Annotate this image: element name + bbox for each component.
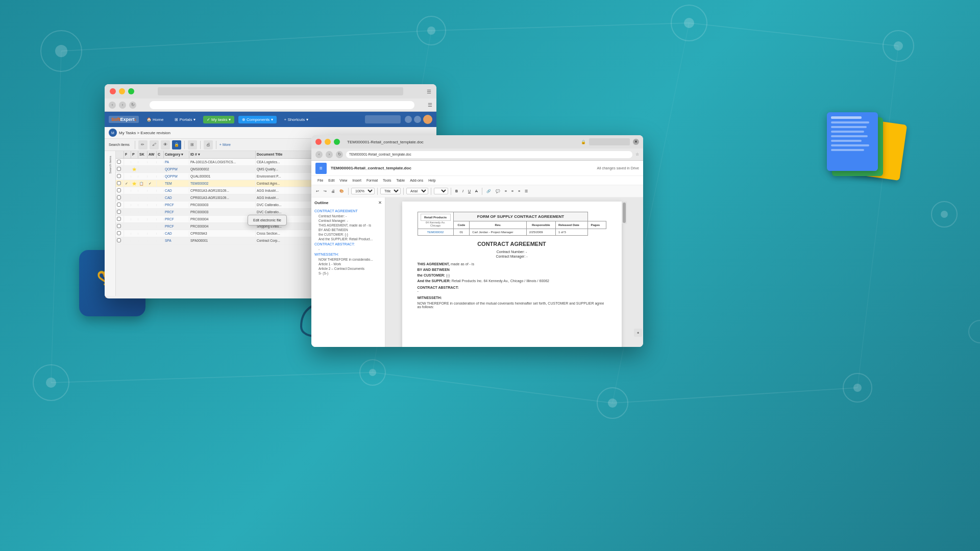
edit-tool-btn[interactable]: ✏ (138, 140, 148, 149)
outline-subitem[interactable]: Article 2 – Contract Documents (314, 266, 382, 271)
gdocs-url-text: TEM000001-Retail_contract_template.doc (349, 153, 411, 156)
outline-item[interactable]: CONTRACT ABSTRACT: (314, 241, 382, 247)
underline-btn[interactable]: U (467, 189, 472, 193)
nav-home[interactable]: 🏠 Home (143, 116, 167, 123)
user-icons (405, 115, 432, 124)
outline-subitem[interactable]: And the SUPPLIER: Retail Product... (314, 237, 382, 241)
lock-tool-btn[interactable]: 🔒 (172, 140, 181, 149)
strikethrough-btn[interactable]: A (474, 189, 479, 193)
outline-subitem[interactable]: Contract Number: - (314, 214, 382, 218)
table-header-rev: Rev. (470, 221, 527, 229)
menu-format[interactable]: Format (364, 178, 380, 183)
agreement-text: THIS AGREEMENT, made as of - is (418, 262, 606, 266)
bold-btn[interactable]: B (454, 189, 459, 193)
outline-item[interactable]: WITNESSETH: (314, 252, 382, 257)
customer-value: {-} (446, 273, 450, 277)
gdocs-outline-close[interactable]: ✕ (378, 201, 382, 205)
agreement-content: made as of - is (451, 262, 474, 266)
zoom-select[interactable]: 100% (351, 188, 375, 194)
maximize-button[interactable] (128, 88, 134, 94)
gdocs-min-btn[interactable] (325, 139, 331, 145)
undo-btn[interactable]: ↩ (314, 189, 321, 194)
gdocs-close-btn[interactable] (315, 139, 322, 145)
outline-subitem[interactable]: THIS AGREEMENT, made as of - is (314, 223, 382, 228)
menu-edit[interactable]: Edit (326, 178, 336, 183)
pencil-tool-btn[interactable]: 🖊 (150, 140, 159, 149)
outline-subitem[interactable]: BY AND BETWEEN (314, 228, 382, 232)
se-sidebar: Search items (105, 151, 116, 296)
outline-subitem[interactable]: - (314, 247, 382, 252)
outline-subitem[interactable]: Contract Manager: - (314, 218, 382, 223)
image-tool-btn[interactable]: ⊞ (188, 140, 197, 149)
abstract-value: - (418, 289, 606, 293)
menu-view[interactable]: View (337, 178, 349, 183)
forward-button[interactable]: › (119, 102, 126, 109)
menu-table[interactable]: Table (394, 178, 407, 183)
font-select[interactable]: Arial (406, 188, 428, 194)
print-btn[interactable]: 🖨 (330, 189, 336, 193)
align-right-btn[interactable]: ≡ (517, 189, 522, 193)
company-name: Retail Products (421, 214, 451, 221)
outline-subitem[interactable]: the CUSTOMER: {-} (314, 232, 382, 237)
more-btn[interactable]: + More (219, 143, 231, 146)
gdocs-window: TEM000001-Retail_contract_template.doc 🔒… (311, 135, 643, 347)
minimize-button[interactable] (119, 88, 125, 94)
back-button[interactable]: ‹ (109, 102, 116, 109)
gdocs-close-x[interactable]: ✕ (633, 139, 639, 145)
align-center-btn[interactable]: ≡ (510, 189, 515, 193)
svg-line-28 (857, 46, 898, 388)
table-released: 2/25/2009 (526, 229, 555, 236)
eye-tool-btn[interactable]: 👁 (161, 140, 170, 149)
style-select[interactable]: Title (380, 188, 401, 194)
menu-file[interactable]: File (315, 178, 325, 183)
se-logo: SoftExpert1 (109, 116, 139, 123)
breadcrumb-text: My Tasks > Execute revision (119, 131, 170, 135)
table-header-code: Code (453, 221, 470, 229)
gdocs-scroll-thumb[interactable] (623, 203, 626, 223)
col-f: F (124, 151, 131, 158)
nav-shortcuts[interactable]: + Shortcuts ▾ (281, 116, 312, 123)
menu-insert[interactable]: Insert (350, 178, 363, 183)
gdocs-titlebar: TEM000001-Retail_contract_template.doc 🔒… (311, 135, 643, 148)
align-left-btn[interactable]: ≡ (503, 189, 508, 193)
menu-tools[interactable]: Tools (381, 178, 393, 183)
gdocs-fwd-btn[interactable]: › (326, 151, 333, 158)
menu-addons[interactable]: Add-ons (408, 178, 425, 183)
settings-icon[interactable] (414, 116, 421, 123)
google-icon (827, 112, 914, 189)
paint-btn[interactable]: 🎨 (338, 189, 346, 194)
link-btn[interactable]: 🔗 (485, 189, 493, 194)
table-rev: 01 (453, 229, 470, 236)
gdocs-max-btn[interactable] (334, 139, 340, 145)
gdocs-url-bar[interactable]: TEM000001-Retail_contract_template.doc (346, 151, 632, 158)
size-select[interactable]: 16 (434, 188, 448, 194)
bell-icon[interactable] (405, 116, 412, 123)
comment-btn[interactable]: 💬 (494, 189, 502, 194)
outline-item[interactable]: CONTRACT AGREEMENT (314, 208, 382, 214)
supplier-label: And the SUPPLIER: (418, 279, 452, 283)
redo-btn[interactable]: ↪ (322, 189, 328, 194)
gdocs-back-btn[interactable]: ‹ (315, 151, 323, 158)
close-button[interactable] (110, 88, 116, 94)
print-tool-btn[interactable]: 🖨 (204, 140, 213, 149)
witnesseth-section: WITNESSETH: (418, 296, 606, 299)
gdocs-title-text: TEM000001-Retail_contract_template.doc (347, 140, 578, 144)
avatar[interactable] (423, 115, 432, 124)
outline-subitem[interactable]: S- (S-) (314, 271, 382, 276)
italic-btn[interactable]: I (461, 189, 465, 193)
nav-mytasks[interactable]: ✓ My tasks ▾ (203, 116, 234, 123)
gdocs-add-btn[interactable]: + (634, 329, 642, 337)
refresh-button[interactable]: ↻ (129, 102, 136, 109)
gdocs-refresh-btn[interactable]: ↻ (336, 151, 343, 158)
gdocs-bookmark-icon[interactable]: ☆ (635, 152, 639, 157)
menu-help[interactable]: Help (426, 178, 437, 183)
gdocs-doc-area: Retail Products 64 Kennedy Av. Chicago F… (385, 197, 643, 347)
outline-subitem[interactable]: NOW THEREFORE in consideratio... (314, 257, 382, 262)
gdocs-scrollbar[interactable]: + (622, 202, 627, 224)
outline-subitem[interactable]: Article 1 - Work (314, 262, 382, 266)
url-bar[interactable] (150, 101, 414, 109)
list-btn[interactable]: ☰ (523, 189, 529, 194)
nav-portals[interactable]: ⊞ Portals ▾ (171, 116, 199, 123)
nav-components[interactable]: ⊕ Components ▾ (238, 116, 277, 123)
se-search-bar[interactable] (365, 115, 401, 123)
